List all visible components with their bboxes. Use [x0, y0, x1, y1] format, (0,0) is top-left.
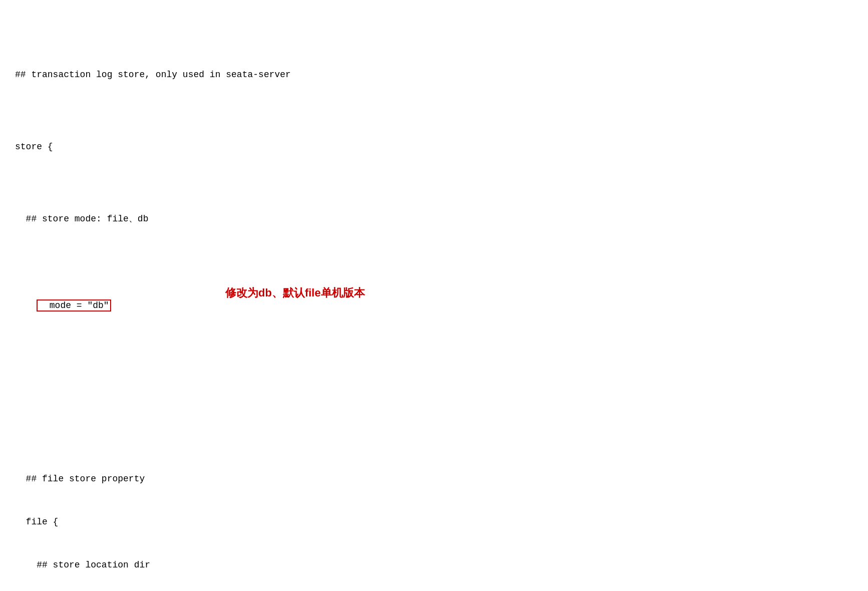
line-7: file { — [15, 515, 853, 529]
code-text: file { — [15, 517, 58, 527]
code-text: store { — [15, 142, 53, 152]
code-text: ## file store property — [15, 474, 145, 484]
line-3: ## store mode: file、db — [15, 212, 853, 226]
code-block: ## transaction log store, only used in s… — [15, 10, 853, 591]
code-text: ## transaction log store, only used in s… — [15, 70, 291, 80]
line-6: ## file store property — [15, 472, 853, 486]
code-text: ## store location dir — [15, 560, 150, 570]
mode-highlight: mode = "db" — [37, 300, 111, 312]
line-5-empty — [15, 400, 853, 414]
line-8: ## store location dir — [15, 558, 853, 572]
line-4-mode: mode = "db" 修改为db、默认file单机版本 — [15, 284, 853, 342]
code-text: ## store mode: file、db — [15, 214, 148, 224]
line-1: ## transaction log store, only used in s… — [15, 68, 853, 82]
mode-annotation: 修改为db、默认file单机版本 — [225, 284, 365, 302]
line-2: store { — [15, 140, 853, 154]
